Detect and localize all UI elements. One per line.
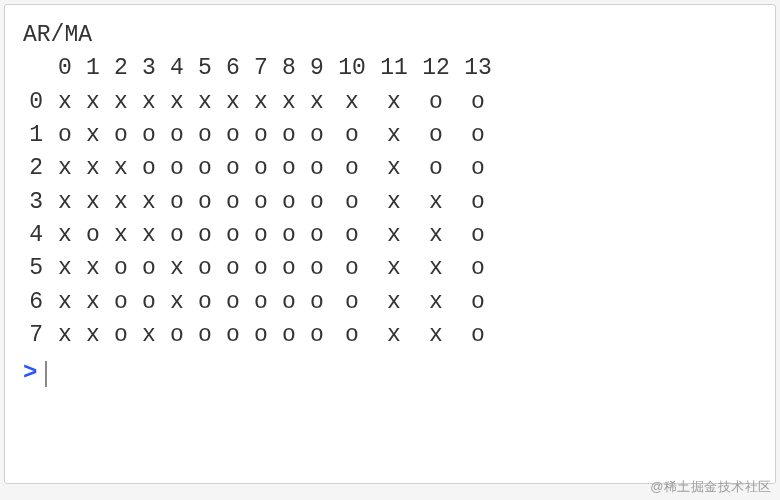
cell: x <box>79 319 107 352</box>
table-row: 0 x x x x x x x x x x x x o o <box>23 86 499 119</box>
cell: o <box>107 119 135 152</box>
cell: o <box>457 286 499 319</box>
cell: x <box>373 286 415 319</box>
cell: x <box>415 186 457 219</box>
row-header: 4 <box>23 219 51 252</box>
cell: x <box>107 219 135 252</box>
col-header: 6 <box>219 52 247 85</box>
cell: x <box>415 252 457 285</box>
cell: o <box>331 319 373 352</box>
cell: x <box>79 286 107 319</box>
cell: o <box>415 119 457 152</box>
cell: x <box>373 119 415 152</box>
cell: o <box>331 286 373 319</box>
cell: x <box>79 119 107 152</box>
console-prompt[interactable]: > <box>23 356 757 391</box>
row-header: 7 <box>23 319 51 352</box>
cell: x <box>415 319 457 352</box>
cell: o <box>107 252 135 285</box>
cell: o <box>303 152 331 185</box>
cell: x <box>79 86 107 119</box>
cell: o <box>219 252 247 285</box>
cell: x <box>51 252 79 285</box>
cell: o <box>163 186 191 219</box>
cell: o <box>247 319 275 352</box>
cell: x <box>373 186 415 219</box>
row-header: 6 <box>23 286 51 319</box>
cell: x <box>51 319 79 352</box>
table-row: 5 x x o o x o o o o o o x x o <box>23 252 499 285</box>
cell: o <box>79 219 107 252</box>
col-header: 3 <box>135 52 163 85</box>
col-header: 5 <box>191 52 219 85</box>
row-header: 2 <box>23 152 51 185</box>
table-row: 3 x x x x o o o o o o o x x o <box>23 186 499 219</box>
cell: o <box>457 319 499 352</box>
cell: o <box>303 252 331 285</box>
cell: o <box>191 319 219 352</box>
table-title: AR/MA <box>23 19 757 52</box>
cell: o <box>457 252 499 285</box>
cell: x <box>51 152 79 185</box>
cell: o <box>457 152 499 185</box>
cell: o <box>457 186 499 219</box>
col-header: 10 <box>331 52 373 85</box>
cell: x <box>163 252 191 285</box>
cell: o <box>303 219 331 252</box>
cell: o <box>275 319 303 352</box>
cell: o <box>219 119 247 152</box>
cell: o <box>163 119 191 152</box>
cell: x <box>275 86 303 119</box>
table-row: 7 x x o x o o o o o o o x x o <box>23 319 499 352</box>
col-header: 11 <box>373 52 415 85</box>
cell: o <box>275 186 303 219</box>
cell: o <box>457 119 499 152</box>
cell: o <box>331 186 373 219</box>
cell: x <box>79 152 107 185</box>
cell: x <box>247 86 275 119</box>
cell: o <box>219 319 247 352</box>
row-header: 0 <box>23 86 51 119</box>
table-row: 1 o x o o o o o o o o o x o o <box>23 119 499 152</box>
cell: x <box>135 186 163 219</box>
row-header: 3 <box>23 186 51 219</box>
cell: o <box>303 319 331 352</box>
cell: o <box>135 119 163 152</box>
table-row: 4 x o x x o o o o o o o x x o <box>23 219 499 252</box>
cell: o <box>191 286 219 319</box>
cell: o <box>191 119 219 152</box>
cell: o <box>415 86 457 119</box>
cell: o <box>219 286 247 319</box>
cell: o <box>191 252 219 285</box>
cell: o <box>51 119 79 152</box>
cell: x <box>373 219 415 252</box>
cell: o <box>247 152 275 185</box>
cell: o <box>331 252 373 285</box>
cell: x <box>331 86 373 119</box>
cell: o <box>191 186 219 219</box>
cell: o <box>107 319 135 352</box>
cell: x <box>373 86 415 119</box>
watermark: @稀土掘金技术社区 <box>650 478 772 496</box>
r-console-output: AR/MA 0 1 2 3 4 5 6 7 8 9 10 11 12 13 0 … <box>4 4 776 484</box>
col-header: 13 <box>457 52 499 85</box>
cell: o <box>247 252 275 285</box>
cell: o <box>415 152 457 185</box>
cell: o <box>247 119 275 152</box>
cell: x <box>163 286 191 319</box>
header-row: 0 1 2 3 4 5 6 7 8 9 10 11 12 13 <box>23 52 499 85</box>
table-row: 6 x x o o x o o o o o o x x o <box>23 286 499 319</box>
prompt-symbol: > <box>23 356 37 391</box>
cell: o <box>247 219 275 252</box>
cell: x <box>415 219 457 252</box>
cell: o <box>331 219 373 252</box>
cell: o <box>457 86 499 119</box>
table-row: 2 x x x o o o o o o o o x o o <box>23 152 499 185</box>
cell: o <box>275 119 303 152</box>
cell: o <box>219 186 247 219</box>
cell: o <box>331 152 373 185</box>
cell: x <box>51 219 79 252</box>
cell: o <box>303 186 331 219</box>
cursor-icon <box>45 361 47 387</box>
cell: x <box>373 152 415 185</box>
